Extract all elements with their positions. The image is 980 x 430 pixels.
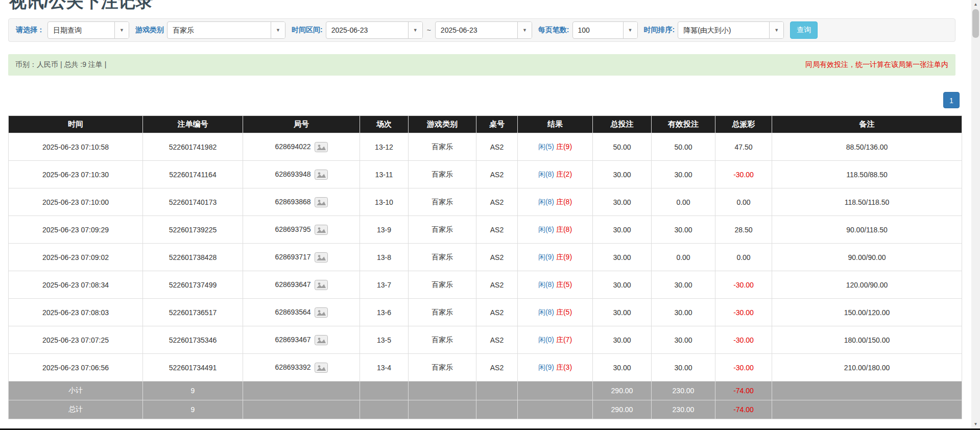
date-to-select[interactable]: 2025-06-23 ▼ [435,21,532,39]
round-video-icon[interactable] [315,142,328,152]
result-player: 闲(8) [538,280,554,289]
cell-game-type: 百家乐 [409,271,476,299]
cell-round: 628693717 [243,244,360,271]
cell-total-bet-link[interactable]: 30.00 [593,271,652,299]
chevron-down-icon[interactable]: ▼ [517,22,532,38]
cell-session: 13-10 [360,188,409,216]
time-range-label: 时间区间: [292,26,323,35]
game-type-select[interactable]: 百家乐 ▼ [167,21,285,39]
cell-game-type: 百家乐 [409,354,476,381]
cell-result: 闲(9) 庄(3) [518,354,593,381]
total-valid-bet: 230.00 [652,400,715,419]
cell-total-bet-link[interactable]: 30.00 [593,161,652,188]
main-content: 视讯/公关下注记录 请选择： 日期查询 ▼ 游戏类别 百家乐 ▼ 时间区间: 2… [0,0,980,419]
cell-bet-id: 522601738428 [143,244,243,271]
table-footer: 小计 9 290.00 230.00 -74.00 总计 9 290.00 23… [9,381,962,419]
sort-order-label: 时间排序: [644,26,675,35]
cell-total-bet-link[interactable]: 30.00 [593,216,652,244]
cell-total-bet-link[interactable]: 30.00 [593,326,652,354]
round-number: 628693948 [275,170,310,178]
page-title: 视讯/公关下注记录 [9,0,961,13]
subtotal-payout: -74.00 [715,381,772,400]
cell-valid-bet: 30.00 [652,299,715,326]
valid-bet-notice: 同局有效投注，统一计算在该局第一张注单内 [805,60,948,69]
cell-bet-id: 522601741164 [143,161,243,188]
cell-result: 闲(6) 庄(8) [518,216,593,244]
result-banker: 庄(5) [556,280,572,289]
chevron-down-icon[interactable]: ▼ [114,22,129,38]
cell-total-bet-link[interactable]: 30.00 [593,299,652,326]
cell-game-type: 百家乐 [409,161,476,188]
cell-valid-bet: 30.00 [652,326,715,354]
cell-bet-id: 522601741982 [143,133,243,161]
table-row: 2025-06-23 07:10:58 522601741982 6286940… [9,133,962,161]
cell-payout: 47.50 [715,133,772,161]
header-result: 结果 [518,116,593,133]
cell-session: 13-12 [360,133,409,161]
cell-game-type: 百家乐 [409,299,476,326]
cell-table-no: AS2 [476,271,518,299]
cell-bet-id: 522601735346 [143,326,243,354]
table-row: 2025-06-23 07:10:30 522601741164 6286939… [9,161,962,188]
cell-total-bet-link[interactable]: 30.00 [593,354,652,381]
sort-order-select[interactable]: 降冪(由大到小) ▼ [678,21,784,39]
cell-remark: 90.00/90.00 [772,244,962,271]
page-1-button[interactable]: 1 [943,92,960,108]
cell-remark: 210.00/180.00 [772,354,962,381]
header-table-no: 桌号 [476,116,518,133]
cell-valid-bet: 30.00 [652,271,715,299]
result-banker: 庄(8) [556,225,572,233]
total-count: 9 [143,400,243,419]
query-button[interactable]: 查询 [790,21,818,39]
result-player: 闲(9) [538,363,554,371]
chevron-down-icon[interactable]: ▼ [408,22,422,38]
date-from-select[interactable]: 2025-06-23 ▼ [326,21,423,39]
round-video-icon[interactable] [315,225,328,235]
round-video-icon[interactable] [315,252,328,262]
query-mode-select[interactable]: 日期查询 ▼ [47,21,129,39]
header-game-type: 游戏类别 [409,116,476,133]
chevron-down-icon[interactable]: ▼ [623,22,637,38]
scroll-down-icon[interactable]: ▼ [971,420,980,428]
header-valid-bet: 有效投注 [652,116,715,133]
chevron-down-icon[interactable]: ▼ [271,22,285,38]
round-video-icon[interactable] [315,335,328,345]
round-number: 628693647 [275,280,310,288]
cell-valid-bet: 0.00 [652,188,715,216]
cell-total-bet-link[interactable]: 30.00 [593,188,652,216]
per-page-select[interactable]: 100 ▼ [572,21,638,39]
cell-remark: 118.50/88.50 [772,161,962,188]
cell-round: 628693647 [243,271,360,299]
cell-time: 2025-06-23 07:07:25 [9,326,143,354]
round-video-icon[interactable] [315,197,328,207]
scrollbar[interactable]: ▲ ▼ [971,0,980,430]
game-type-label: 游戏类别 [135,26,164,35]
cell-bet-id: 522601739225 [143,216,243,244]
result-player: 闲(8) [538,198,554,206]
sort-order-value: 降冪(由大到小) [678,22,769,38]
cell-payout: 0.00 [715,188,772,216]
result-banker: 庄(8) [556,198,572,206]
cell-time: 2025-06-23 07:10:58 [9,133,143,161]
cell-total-bet-link[interactable]: 50.00 [593,133,652,161]
header-round: 局号 [243,116,360,133]
round-video-icon[interactable] [315,307,328,318]
cell-game-type: 百家乐 [409,188,476,216]
cell-session: 13-5 [360,326,409,354]
scroll-up-icon[interactable]: ▲ [971,0,980,9]
cell-round: 628694022 [243,133,360,161]
chevron-down-icon[interactable]: ▼ [769,22,783,38]
total-payout: -74.00 [715,400,772,419]
cell-remark: 120.00/90.00 [772,271,962,299]
round-video-icon[interactable] [315,170,328,180]
round-video-icon[interactable] [315,363,328,373]
result-player: 闲(5) [538,142,554,151]
cell-session: 13-6 [360,299,409,326]
cell-total-bet-link[interactable]: 30.00 [593,244,652,271]
header-remark: 备注 [772,116,962,133]
query-mode-value: 日期查询 [48,22,114,38]
scrollbar-thumb[interactable] [972,9,979,38]
round-video-icon[interactable] [315,280,328,290]
table-row: 2025-06-23 07:08:34 522601737499 6286936… [9,271,962,299]
game-type-value: 百家乐 [168,22,271,38]
